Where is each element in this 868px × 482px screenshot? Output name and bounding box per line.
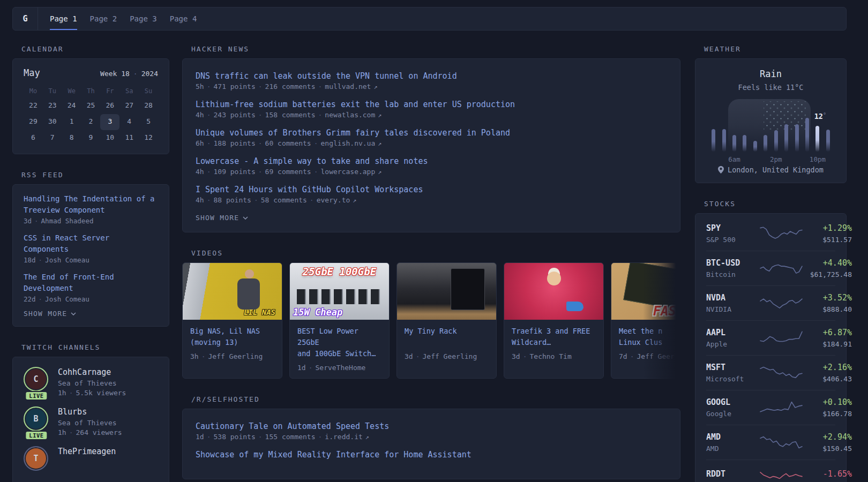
weather-time-label: 10pm bbox=[810, 155, 826, 163]
rss-item: The End of Front-End Development22d·Josh… bbox=[24, 272, 158, 303]
stock-name: Google bbox=[706, 410, 760, 418]
item-author: Josh Comeau bbox=[45, 256, 89, 264]
calendar-card: May Week 18·2024 MoTuWeThFrSaSu 22232425… bbox=[12, 58, 169, 154]
tab-page-2[interactable]: Page 2 bbox=[90, 7, 117, 30]
middle-column: HACKER NEWS DNS traffic can leak outside… bbox=[182, 45, 680, 479]
stock-symbol: AAPL bbox=[706, 328, 760, 337]
weather-section-title: WEATHER bbox=[704, 45, 847, 53]
twitch-card: CLIVECohhCarnageSea of Thieves1h·5.5k vi… bbox=[12, 357, 169, 482]
story-title[interactable]: Lowercase - A simple way to take and sha… bbox=[196, 155, 667, 167]
story-title[interactable]: Lithium-free sodium batteries exit the l… bbox=[196, 99, 667, 110]
story-title[interactable]: Cautionary Tale on Automated Speed Tests bbox=[196, 420, 667, 432]
item-age: 22d bbox=[24, 295, 36, 303]
stock-change-price: +0.10%$166.78 bbox=[803, 397, 852, 418]
calendar-section-title: CALENDAR bbox=[21, 45, 169, 53]
story-points: 538 points bbox=[213, 433, 255, 441]
stock-symbol: SPY bbox=[706, 223, 760, 233]
video-title[interactable]: My Tiny Rack bbox=[405, 326, 489, 348]
stock-sparkline bbox=[760, 400, 803, 416]
video-card[interactable]: My Tiny Rack3d·Jeff Geerling bbox=[396, 262, 497, 379]
tab-page-3[interactable]: Page 3 bbox=[130, 7, 157, 30]
stock-price: $184.91 bbox=[803, 340, 852, 348]
rss-section-title: RSS FEED bbox=[21, 171, 169, 179]
avatar[interactable]: CLIVE bbox=[24, 367, 49, 397]
story-meta: 4h·243 points·158 comments·newatlas.com↗ bbox=[196, 111, 667, 119]
sparkline-chart bbox=[760, 400, 803, 416]
weather-bar bbox=[732, 135, 736, 152]
video-meta: 7d·Jeff Geerling bbox=[619, 352, 680, 360]
stock-row: BTC-USDBitcoin+4.40%$61,725.48 bbox=[706, 251, 835, 285]
calendar-day: 3 bbox=[100, 114, 119, 130]
rss-item-title[interactable]: Handling The Indentation of a Treeview C… bbox=[24, 193, 158, 216]
sparkline-chart bbox=[760, 365, 803, 381]
video-thumbnail[interactable] bbox=[397, 263, 496, 320]
video-card-body: BEST Low Power 25GbE and 100GbE Switch…1… bbox=[290, 320, 389, 378]
twitch-channel-name[interactable]: Blurbs bbox=[58, 407, 122, 417]
selfhosted-list: Cautionary Tale on Automated Speed Tests… bbox=[196, 420, 667, 461]
video-title[interactable]: Big NAS, Lil NAS (moving 13) bbox=[190, 326, 274, 348]
avatar[interactable]: BLIVE bbox=[24, 406, 49, 436]
story-item: DNS traffic can leak outside the VPN tun… bbox=[196, 70, 667, 91]
story-title[interactable]: Showcase of my Mixed Reality Interface f… bbox=[196, 449, 667, 461]
tab-page-1[interactable]: Page 1 bbox=[50, 7, 77, 30]
video-thumbnail[interactable]: FAS bbox=[611, 263, 680, 320]
story-domain: english.nv.ua bbox=[321, 139, 376, 147]
stock-price: $166.78 bbox=[803, 410, 852, 418]
story-points: 88 points bbox=[213, 196, 251, 204]
stock-change-price: +3.52%$888.40 bbox=[803, 293, 852, 313]
story-title[interactable]: I Spent 24 Hours with GitHub Copilot Wor… bbox=[196, 184, 667, 195]
story-title[interactable]: DNS traffic can leak outside the VPN tun… bbox=[196, 70, 667, 82]
video-title[interactable]: Meet the n Linux Clus bbox=[619, 326, 680, 348]
video-card[interactable]: Traefik 3 and FREE Wildcard…3d·Techno Ti… bbox=[504, 262, 604, 379]
dot-separator: · bbox=[69, 389, 73, 397]
calendar-day: 24 bbox=[62, 98, 81, 114]
home-logo[interactable]: G bbox=[13, 7, 38, 30]
rss-show-more-button[interactable]: SHOW MORE bbox=[24, 310, 76, 318]
stock-sparkline bbox=[760, 434, 803, 450]
story-domain: mullvad.net bbox=[325, 82, 371, 91]
hackernews-list: DNS traffic can leak outside the VPN tun… bbox=[196, 70, 667, 204]
stocks-list: SPYS&P 500+1.29%$511.57BTC-USDBitcoin+4.… bbox=[706, 216, 835, 482]
video-title[interactable]: Traefik 3 and FREE Wildcard… bbox=[512, 326, 596, 348]
twitch-channel-name[interactable]: CohhCarnage bbox=[58, 367, 126, 377]
thumbnail-text-top: 25GbE 100GbE bbox=[290, 266, 389, 277]
video-channel: ServeTheHome bbox=[315, 364, 365, 372]
story-title[interactable]: Unique volumes of Brothers Grimm fairy t… bbox=[196, 127, 667, 139]
dot-separator: · bbox=[258, 433, 263, 441]
twitch-channel-info: CohhCarnageSea of Thieves1h·5.5k viewers bbox=[58, 367, 126, 397]
weather-bar-cell bbox=[791, 102, 802, 152]
stock-row: SPYS&P 500+1.29%$511.57 bbox=[706, 216, 835, 251]
sparkline-chart bbox=[760, 295, 803, 311]
video-card-body: Meet the n Linux Clus7d·Jeff Geerling bbox=[611, 320, 680, 367]
avatar[interactable]: T bbox=[24, 446, 49, 471]
dot-separator: · bbox=[258, 139, 263, 147]
story-domain: every.to bbox=[317, 196, 350, 204]
show-more-label: SHOW MORE bbox=[196, 214, 239, 222]
dot-separator: · bbox=[207, 433, 211, 441]
stock-sparkline bbox=[760, 225, 803, 242]
show-more-label: SHOW MORE bbox=[24, 310, 67, 318]
rss-item-title[interactable]: The End of Front-End Development bbox=[24, 272, 158, 294]
calendar-weekdays: MoTuWeThFrSaSu bbox=[24, 85, 158, 98]
stock-change: +2.16% bbox=[803, 363, 852, 372]
avatar-image: C bbox=[24, 367, 48, 391]
video-card[interactable]: 25GbE 100GbE15W CheapBEST Low Power 25Gb… bbox=[289, 262, 390, 379]
twitch-channel-name[interactable]: ThePrimeagen bbox=[58, 447, 116, 456]
tab-page-4[interactable]: Page 4 bbox=[170, 7, 197, 30]
video-card[interactable]: FASMeet the n Linux Clus7d·Jeff Geerling bbox=[611, 262, 680, 379]
hackernews-show-more-button[interactable]: SHOW MORE bbox=[196, 214, 248, 222]
video-thumbnail[interactable]: LIL NAS bbox=[183, 263, 282, 320]
story-comments: 60 comments bbox=[265, 139, 311, 147]
rss-item-title[interactable]: CSS in React Server Components bbox=[24, 232, 158, 255]
weather-bar bbox=[784, 124, 788, 152]
weather-bar bbox=[805, 118, 809, 152]
live-badge: LIVE bbox=[25, 431, 48, 440]
thumbnail-text-bottom: 15W Cheap bbox=[293, 307, 342, 318]
video-card[interactable]: LIL NASBig NAS, Lil NAS (moving 13)3h·Je… bbox=[182, 262, 282, 379]
weekday-label: We bbox=[62, 85, 81, 98]
video-thumbnail[interactable] bbox=[504, 263, 603, 320]
calendar-day: 25 bbox=[81, 98, 101, 114]
video-thumbnail[interactable]: 25GbE 100GbE15W Cheap bbox=[290, 263, 389, 320]
calendar-day: 2 bbox=[81, 114, 101, 130]
video-title[interactable]: BEST Low Power 25GbE and 100GbE Switch… bbox=[297, 326, 381, 359]
